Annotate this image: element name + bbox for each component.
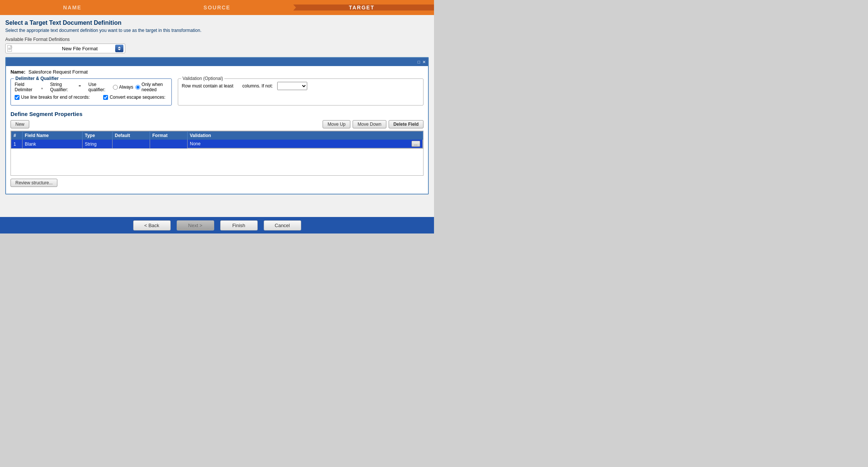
- delimiter-row-2: Use line breaks for end of records: Conv…: [15, 95, 168, 100]
- table-row[interactable]: 1 String None ...: [11, 140, 423, 149]
- page-subtitle: Select the appropriate text document def…: [5, 28, 429, 33]
- panel-title-bar: □ ✕: [6, 58, 428, 66]
- name-value: Salesforce Request Format: [29, 69, 88, 75]
- cell-field-name[interactable]: [23, 140, 83, 149]
- line-breaks-checkbox[interactable]: [15, 95, 20, 100]
- main-content: Select a Target Text Document Definition…: [0, 15, 434, 217]
- bottom-nav-bar: < Back Next > Finish Cancel: [0, 217, 434, 234]
- escape-sequences-checkbox[interactable]: [103, 95, 108, 100]
- name-label: Name:: [11, 69, 26, 75]
- qualifier-always-label[interactable]: Always: [113, 84, 133, 90]
- review-btn-row: Review structure...: [11, 179, 423, 187]
- line-breaks-label[interactable]: Use line breaks for end of records:: [15, 95, 90, 100]
- new-button[interactable]: New: [11, 120, 29, 128]
- file-format-dropdown[interactable]: New File Format: [5, 44, 125, 53]
- delimiter-section: Delimiter & Qualifier Field Delimiter , …: [11, 78, 172, 105]
- page-title: Select a Target Text Document Definition: [5, 20, 429, 26]
- close-icon[interactable]: ✕: [422, 60, 426, 65]
- sections-row: Delimiter & Qualifier Field Delimiter , …: [11, 78, 423, 108]
- col-header-type: Type: [83, 131, 113, 140]
- col-header-num: #: [11, 131, 23, 140]
- file-icon: [7, 45, 13, 52]
- cell-num: 1: [11, 140, 23, 149]
- col-header-field-name: Field Name: [23, 131, 83, 140]
- use-qualifier-group: Always Only when needed: [113, 82, 167, 92]
- col-header-default: Default: [113, 131, 150, 140]
- wizard-bar: NAME SOURCE TARGET: [0, 0, 434, 15]
- file-format-dropdown-btn[interactable]: [115, 45, 123, 52]
- inner-panel: □ ✕ Name: Salesforce Request Format Deli…: [5, 57, 429, 194]
- cell-default: [113, 140, 150, 149]
- delimiter-legend: Delimiter & Qualifier: [14, 76, 60, 81]
- chevron-updown-icon: [117, 46, 121, 51]
- file-format-label: Available File Format Definitions: [5, 37, 429, 42]
- file-format-dropdown-wrapper: New File Format: [5, 44, 429, 53]
- back-button[interactable]: < Back: [133, 220, 171, 230]
- qualifier-only-label[interactable]: Only when needed: [135, 82, 167, 92]
- validation-ellipsis-btn[interactable]: ...: [411, 141, 420, 147]
- use-qualifier-label: Use qualifier:: [89, 82, 110, 92]
- validation-row: Row must contain at least columns. If no…: [182, 82, 419, 90]
- wizard-step-name[interactable]: NAME: [0, 5, 145, 11]
- restore-icon[interactable]: □: [417, 60, 420, 65]
- col-header-validation: Validation: [188, 131, 423, 140]
- qualifier-always-radio[interactable]: [113, 85, 118, 90]
- field-delimiter-value: ,: [41, 84, 42, 90]
- cancel-button[interactable]: Cancel: [264, 220, 301, 230]
- cell-validation: None ...: [188, 140, 423, 148]
- move-down-button[interactable]: Move Down: [353, 120, 386, 128]
- finish-button[interactable]: Finish: [220, 220, 258, 230]
- delete-field-button[interactable]: Delete Field: [389, 120, 423, 128]
- toolbar-btn-group: Move Up Move Down Delete Field: [323, 120, 423, 128]
- file-format-value: New File Format: [62, 46, 115, 51]
- segment-toolbar: New Move Up Move Down Delete Field: [11, 120, 423, 128]
- panel-title-icons: □ ✕: [417, 60, 426, 65]
- svg-marker-5: [118, 47, 121, 48]
- columns-if-not-select[interactable]: [277, 82, 307, 90]
- segment-table-container: # Field Name Type Default Format Validat…: [11, 131, 423, 176]
- name-row: Name: Salesforce Request Format: [11, 69, 423, 75]
- qualifier-only-radio[interactable]: [135, 85, 140, 90]
- cell-type: String: [83, 140, 113, 149]
- svg-marker-6: [118, 49, 121, 50]
- row-contains-label: Row must contain at least: [182, 83, 233, 89]
- field-delimiter-label: Field Delimiter: [15, 82, 38, 92]
- next-button[interactable]: Next >: [177, 220, 214, 230]
- col-header-format: Format: [150, 131, 188, 140]
- string-qualifier-label: String Qualifier:: [50, 82, 76, 92]
- cell-format: [150, 140, 188, 149]
- wizard-step-source[interactable]: SOURCE: [145, 5, 290, 11]
- move-up-button[interactable]: Move Up: [323, 120, 350, 128]
- review-structure-button[interactable]: Review structure...: [11, 179, 57, 187]
- validation-legend: Validation (Optional): [181, 76, 225, 81]
- columns-label: columns. If not:: [242, 83, 273, 89]
- segment-title: Define Segment Properties: [11, 111, 423, 117]
- field-name-input[interactable]: [25, 142, 80, 147]
- validation-section: Validation (Optional) Row must contain a…: [178, 78, 423, 105]
- table-header-row: # Field Name Type Default Format Validat…: [11, 131, 423, 140]
- delimiter-row-1: Field Delimiter , String Qualifier: " Us…: [15, 82, 168, 92]
- segment-table: # Field Name Type Default Format Validat…: [11, 131, 423, 149]
- string-qualifier-value: ": [79, 84, 81, 90]
- wizard-step-target[interactable]: TARGET: [289, 5, 434, 11]
- escape-sequences-label[interactable]: Convert escape sequences:: [103, 95, 165, 100]
